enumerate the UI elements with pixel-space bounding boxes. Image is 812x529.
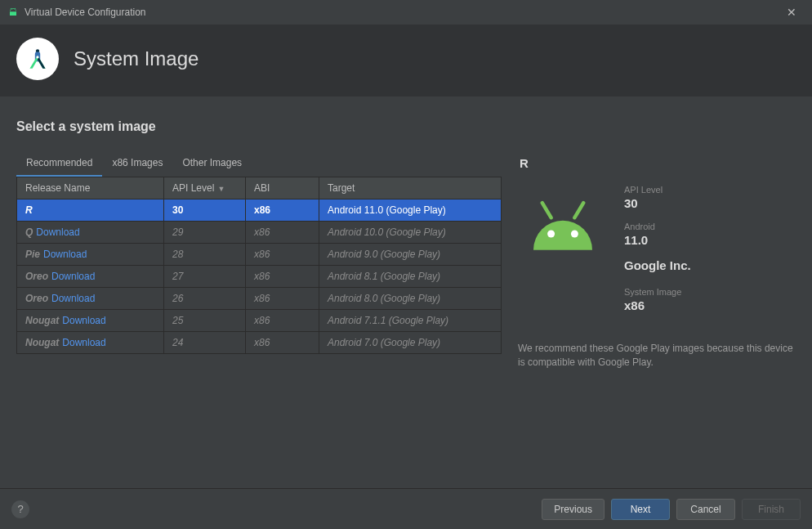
col-target[interactable]: Target bbox=[319, 177, 502, 199]
table-row[interactable]: OreoDownload27x86Android 8.1 (Google Pla… bbox=[17, 266, 502, 288]
table-row[interactable]: NougatDownload24x86Android 7.0 (Google P… bbox=[17, 332, 502, 354]
section-title: Select a system image bbox=[16, 119, 502, 134]
android-value: 11.0 bbox=[624, 233, 796, 247]
api-cell: 30 bbox=[164, 199, 246, 222]
svg-line-3 bbox=[542, 203, 551, 217]
download-link[interactable]: Download bbox=[43, 249, 87, 260]
target-cell: Android 8.0 (Google Play) bbox=[319, 288, 502, 310]
sort-desc-icon: ▼ bbox=[217, 185, 225, 193]
table-row[interactable]: QDownload29x86Android 10.0 (Google Play) bbox=[17, 222, 502, 244]
abi-cell: x86 bbox=[246, 222, 319, 244]
api-level-label: API Level bbox=[624, 185, 796, 195]
download-link[interactable]: Download bbox=[51, 293, 95, 304]
release-name: Pie bbox=[25, 249, 40, 260]
recommendation-text: We recommend these Google Play images be… bbox=[518, 342, 796, 370]
system-image-label: System Image bbox=[624, 287, 796, 297]
android-head-icon bbox=[518, 185, 608, 324]
content: Select a system image Recommendedx86 Ima… bbox=[0, 96, 812, 473]
table-row[interactable]: PieDownload28x86Android 9.0 (Google Play… bbox=[17, 244, 502, 266]
download-link[interactable]: Download bbox=[62, 337, 105, 348]
api-cell: 28 bbox=[164, 244, 246, 266]
previous-button[interactable]: Previous bbox=[542, 499, 605, 520]
footer: ? Previous Next Cancel Finish bbox=[0, 488, 812, 529]
release-name: Q bbox=[25, 226, 33, 238]
api-cell: 29 bbox=[164, 222, 246, 244]
table-row[interactable]: OreoDownload26x86Android 8.0 (Google Pla… bbox=[17, 288, 502, 310]
api-cell: 25 bbox=[164, 310, 246, 332]
download-link[interactable]: Download bbox=[51, 271, 95, 282]
release-name: Nougat bbox=[25, 315, 59, 326]
maker-value: Google Inc. bbox=[624, 258, 796, 272]
detail-title: R bbox=[520, 156, 796, 170]
system-image-value: x86 bbox=[624, 298, 796, 312]
svg-point-5 bbox=[547, 231, 555, 238]
detail-panel: R API Level 30 Android 11.0 Google Inc. … bbox=[518, 119, 796, 464]
download-link[interactable]: Download bbox=[62, 315, 105, 326]
abi-cell: x86 bbox=[246, 244, 319, 266]
system-image-table: Release Name API Level▼ ABI Target R30x8… bbox=[16, 177, 502, 354]
col-abi[interactable]: ABI bbox=[246, 177, 319, 199]
download-link[interactable]: Download bbox=[36, 226, 79, 238]
tab-x86-images[interactable]: x86 Images bbox=[102, 150, 172, 177]
col-api[interactable]: API Level▼ bbox=[164, 177, 246, 199]
tab-other-images[interactable]: Other Images bbox=[172, 150, 252, 177]
left-panel: Select a system image Recommendedx86 Ima… bbox=[16, 119, 518, 464]
svg-point-2 bbox=[36, 56, 38, 58]
page-title: System Image bbox=[74, 47, 199, 70]
abi-cell: x86 bbox=[246, 332, 319, 354]
abi-cell: x86 bbox=[246, 288, 319, 310]
cancel-button[interactable]: Cancel bbox=[676, 499, 735, 520]
api-level-value: 30 bbox=[624, 196, 796, 210]
help-button[interactable]: ? bbox=[11, 500, 29, 518]
title-bar: Virtual Device Configuration ✕ bbox=[0, 0, 812, 25]
abi-cell: x86 bbox=[246, 310, 319, 332]
tab-recommended[interactable]: Recommended bbox=[16, 150, 102, 177]
abi-cell: x86 bbox=[246, 199, 319, 222]
android-label: Android bbox=[624, 222, 796, 231]
detail-properties: API Level 30 Android 11.0 Google Inc. Sy… bbox=[608, 185, 796, 324]
tabs: Recommendedx86 ImagesOther Images bbox=[16, 150, 502, 177]
api-cell: 27 bbox=[164, 266, 246, 288]
close-icon[interactable]: ✕ bbox=[778, 6, 805, 19]
header: System Image bbox=[0, 25, 812, 96]
target-cell: Android 7.0 (Google Play) bbox=[319, 332, 502, 354]
target-cell: Android 8.1 (Google Play) bbox=[319, 266, 502, 288]
target-cell: Android 10.0 (Google Play) bbox=[319, 222, 502, 244]
android-logo-icon bbox=[7, 6, 20, 19]
target-cell: Android 7.1.1 (Google Play) bbox=[319, 310, 502, 332]
svg-line-4 bbox=[574, 203, 583, 217]
release-name: Oreo bbox=[25, 271, 48, 282]
abi-cell: x86 bbox=[246, 266, 319, 288]
api-cell: 26 bbox=[164, 288, 246, 310]
target-cell: Android 9.0 (Google Play) bbox=[319, 244, 502, 266]
table-row[interactable]: R30x86Android 11.0 (Google Play) bbox=[17, 199, 502, 222]
release-name: Nougat bbox=[25, 337, 59, 348]
target-cell: Android 11.0 (Google Play) bbox=[319, 199, 502, 222]
next-button[interactable]: Next bbox=[611, 499, 670, 520]
svg-point-6 bbox=[571, 231, 578, 238]
finish-button: Finish bbox=[742, 499, 801, 520]
table-row[interactable]: NougatDownload25x86Android 7.1.1 (Google… bbox=[17, 310, 502, 332]
api-cell: 24 bbox=[164, 332, 246, 354]
col-release[interactable]: Release Name bbox=[17, 177, 164, 199]
android-studio-icon bbox=[16, 38, 59, 80]
window-title: Virtual Device Configuration bbox=[25, 7, 778, 18]
release-name: Oreo bbox=[25, 293, 48, 304]
release-name: R bbox=[25, 204, 33, 216]
